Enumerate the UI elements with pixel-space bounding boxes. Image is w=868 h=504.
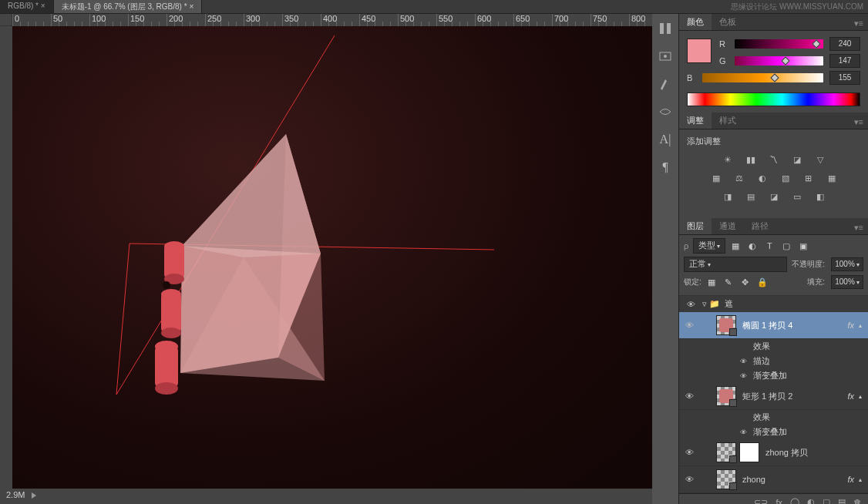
lock-position-icon[interactable]: ✥	[740, 277, 751, 287]
layer-row[interactable]: 👁 zhong fx▴	[679, 466, 868, 493]
group-icon[interactable]: ▢	[823, 497, 830, 504]
fill-adjust-icon[interactable]: ◐	[807, 497, 815, 504]
tool-icon-2[interactable]	[657, 48, 674, 65]
r-slider[interactable]	[735, 39, 823, 49]
document-tab-active[interactable]: 未标题-1 @ 66.7% (图层 3, RGB/8) * ×	[54, 0, 203, 13]
selective-color-icon[interactable]: ◧	[813, 190, 827, 203]
link-layers-icon[interactable]: ⊂⊃	[754, 497, 768, 504]
exposure-icon[interactable]: ◪	[790, 153, 804, 166]
layer-name[interactable]: zhong 拷贝	[765, 447, 865, 459]
delete-icon[interactable]: 🗑	[853, 498, 862, 505]
filter-pixel-icon[interactable]: ▦	[730, 241, 741, 251]
filter-smart-icon[interactable]: ▣	[798, 241, 809, 251]
opacity-value[interactable]: 100%	[831, 257, 863, 271]
fx-icon[interactable]: fx	[775, 498, 782, 505]
layer-thumb[interactable]	[716, 386, 736, 406]
lock-all-icon[interactable]: 🔒	[757, 277, 768, 287]
invert-icon[interactable]: ◨	[721, 190, 735, 203]
visibility-icon[interactable]: 👁	[682, 448, 696, 457]
effects-header[interactable]: 👁效果	[679, 339, 868, 354]
tool-icon-1[interactable]	[657, 20, 674, 37]
layer-thumb[interactable]	[716, 315, 736, 335]
tab-styles[interactable]: 样式	[712, 113, 744, 129]
g-value[interactable]: 147	[829, 54, 860, 68]
layer-name[interactable]: 椭圆 1 拷贝 4	[742, 320, 847, 331]
visibility-icon[interactable]: 👁	[682, 391, 696, 401]
effects-header[interactable]: 👁效果	[679, 410, 868, 425]
curves-icon[interactable]: 〽	[767, 153, 781, 166]
layer-list[interactable]: 👁 ▿ 📁 遮 👁 椭圆 1 拷贝 4 fx▴ 👁效果 👁描边 👁渐变叠加 👁	[679, 296, 868, 493]
vibrance-icon[interactable]: ▽	[813, 153, 827, 166]
foreground-swatch[interactable]	[687, 39, 712, 63]
mask-icon[interactable]: ◯	[790, 497, 799, 504]
panel-menu-icon[interactable]: ▾≡	[849, 221, 868, 234]
visibility-icon[interactable]: 👁	[684, 300, 698, 309]
layer-kind-select[interactable]: 类型	[693, 238, 725, 254]
tab-channels[interactable]: 通道	[712, 218, 744, 234]
layer-thumb[interactable]	[716, 442, 736, 462]
lock-pixels-icon[interactable]: ✎	[723, 277, 734, 287]
lut-icon[interactable]: ▦	[825, 172, 839, 184]
tool-icon-4[interactable]	[657, 103, 674, 120]
paragraph-icon[interactable]: ¶	[657, 159, 674, 176]
status-arrow-icon[interactable]	[32, 492, 36, 499]
hue-icon[interactable]: ▦	[709, 172, 723, 184]
fill-label: 填充:	[807, 277, 825, 287]
b-value[interactable]: 155	[829, 71, 860, 85]
balance-icon[interactable]: ⚖	[732, 172, 746, 184]
fx-badge[interactable]: fx	[847, 475, 856, 484]
ruler-origin[interactable]	[0, 14, 12, 26]
r-label: R	[719, 39, 728, 49]
brightness-icon[interactable]: ☀	[721, 153, 735, 166]
layer-mask[interactable]	[739, 442, 759, 462]
document-tab[interactable]: RGB/8) * ×	[0, 0, 54, 13]
ruler-vertical[interactable]	[0, 26, 12, 504]
canvas[interactable]	[12, 26, 652, 489]
effect-stroke[interactable]: 👁描边	[679, 354, 868, 368]
layer-group[interactable]: 👁 ▿ 📁 遮	[679, 296, 868, 312]
fx-badge[interactable]: fx	[847, 321, 856, 330]
effect-gradient[interactable]: 👁渐变叠加	[679, 368, 868, 383]
svg-rect-19	[667, 23, 671, 34]
posterize-icon[interactable]: ▤	[744, 190, 758, 203]
fx-badge[interactable]: fx	[847, 391, 856, 401]
effect-gradient[interactable]: 👁渐变叠加	[679, 425, 868, 439]
layer-name[interactable]: 矩形 1 拷贝 2	[742, 391, 847, 402]
visibility-icon[interactable]: 👁	[682, 475, 696, 484]
spectrum-ramp[interactable]	[687, 92, 860, 106]
channel-mixer-icon[interactable]: ⊞	[802, 172, 816, 184]
ruler-horizontal[interactable]: 050 100150 200250 300350 400450 500550 6…	[12, 14, 652, 26]
brush-icon[interactable]	[657, 76, 674, 92]
adjust-panel-tabs: 调整 样式 ▾≡	[679, 113, 868, 129]
layer-row[interactable]: 👁 矩形 1 拷贝 2 fx▴	[679, 383, 868, 410]
panel-menu-icon[interactable]: ▾≡	[849, 17, 868, 30]
filter-shape-icon[interactable]: ▢	[781, 241, 792, 251]
filter-adjust-icon[interactable]: ◐	[747, 241, 758, 251]
g-slider[interactable]	[735, 56, 823, 66]
gradient-map-icon[interactable]: ▭	[790, 190, 804, 203]
svg-point-13	[161, 328, 181, 338]
fill-value[interactable]: 100%	[831, 275, 863, 289]
layer-row-selected[interactable]: 👁 椭圆 1 拷贝 4 fx▴	[679, 312, 868, 339]
bw-icon[interactable]: ◐	[755, 172, 769, 184]
lock-trans-icon[interactable]: ▦	[706, 277, 717, 287]
layer-thumb[interactable]	[716, 469, 736, 489]
tab-paths[interactable]: 路径	[744, 218, 776, 234]
threshold-icon[interactable]: ◪	[767, 190, 781, 203]
filter-type-icon[interactable]: T	[764, 241, 775, 251]
b-slider[interactable]	[702, 73, 823, 82]
character-icon[interactable]: A|	[657, 131, 674, 148]
levels-icon[interactable]: ▮▮	[744, 153, 758, 166]
r-value[interactable]: 240	[829, 37, 860, 51]
tab-layers[interactable]: 图层	[679, 218, 712, 234]
panel-menu-icon[interactable]: ▾≡	[849, 116, 868, 129]
photo-filter-icon[interactable]: ▧	[779, 172, 792, 184]
tab-color[interactable]: 颜色	[679, 14, 712, 30]
layer-name[interactable]: zhong	[742, 475, 847, 484]
tab-swatches[interactable]: 色板	[712, 14, 744, 30]
blend-mode-select[interactable]: 正常	[684, 257, 787, 272]
tab-adjustments[interactable]: 调整	[679, 113, 712, 129]
layer-row[interactable]: 👁 zhong 拷贝	[679, 439, 868, 466]
new-layer-icon[interactable]: ▤	[838, 497, 846, 504]
visibility-icon[interactable]: 👁	[682, 321, 696, 330]
